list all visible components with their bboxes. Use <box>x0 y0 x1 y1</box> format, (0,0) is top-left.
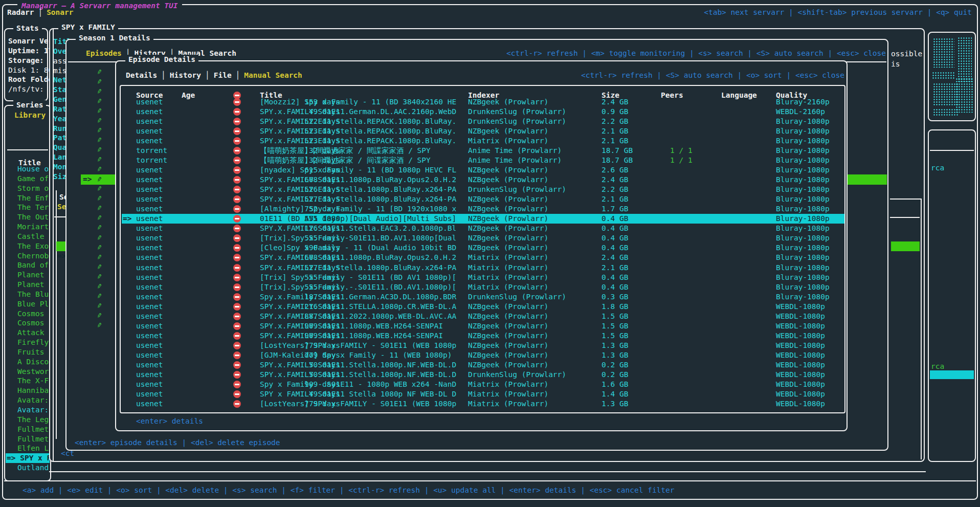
search-result-row[interactable]: torrent32 days【喵萌奶茶屋】[间谍过家家 / 间谍家家酒 / SP… <box>122 156 844 165</box>
episode-details-help: <ctrl-r> refresh | <S> auto search | <o>… <box>581 71 844 80</box>
search-result-row[interactable]: usenet608 daysSPY.x.FAMILY.S01E11.1080p.… <box>122 175 844 185</box>
no-entry-icon <box>233 381 241 388</box>
stats-line: Sonarr Ver <box>8 36 53 46</box>
search-result-row[interactable]: usenet615 days[nyadex] Spy x Family - 11… <box>122 165 844 175</box>
cell-indexer: DrunkenSlug (Prowlarr) <box>468 370 566 380</box>
series-panel-title: Series <box>13 100 46 110</box>
search-result-row[interactable]: usenet909 daysSPY.x.FAMILY.S01E11.1080p.… <box>122 331 844 341</box>
search-result-row[interactable]: usenet779 days[LostYears] SPY x FAMILY -… <box>122 399 844 409</box>
cell-title: 【喵萌奶茶屋】[间谍过家家 / 间谍家家酒 / SPY <box>260 156 431 165</box>
search-result-row[interactable]: usenet522 daysSPY.x.FAMILY.E11.Stella.RE… <box>122 117 844 126</box>
search-result-row[interactable]: usenet187 daysSpy.x.Family.S01E11.German… <box>122 292 844 302</box>
search-result-row[interactable]: usenet590 days[Cleo]Spy x Family - 11 (D… <box>122 243 844 253</box>
search-result-row[interactable]: usenet523 daysSPY.x.FAMILY.E11.Stella.RE… <box>122 126 844 136</box>
series-list-item[interactable]: House o <box>17 164 49 174</box>
app-root: Managarr — A Servarr management TUI Rada… <box>0 0 980 507</box>
search-result-row[interactable]: usenet50 daysSPY.x.FAMILY.S01E11.Stella.… <box>122 360 844 370</box>
cell-quality: Bluray-1080p <box>776 146 830 156</box>
search-result-row[interactable]: usenet216 daysSPY.x.FAMILY.S01E11.STELLA… <box>122 302 844 312</box>
no-entry-icon <box>233 98 241 106</box>
tab-file[interactable]: File <box>214 71 232 80</box>
series-list-item[interactable]: Outland <box>17 463 49 473</box>
series-list-item[interactable]: Band of <box>17 260 49 270</box>
no-entry-icon <box>233 215 241 223</box>
series-list-item[interactable]: Game of <box>17 174 49 184</box>
series-list-item[interactable]: Westwor <box>17 367 49 377</box>
series-list-item[interactable]: Cosmos <box>17 318 44 328</box>
search-result-row[interactable]: usenet555 days[Trix].Spy.x.Family.-.S01E… <box>122 282 844 292</box>
series-list-item[interactable]: Elfen L <box>17 444 49 453</box>
series-list-item[interactable]: Fullmet <box>17 434 49 444</box>
series-list-item[interactable]: Fullmet <box>17 425 49 434</box>
search-result-row[interactable]: torrent32 days【喵萌奶茶屋】[間諜過家家 / 間諜家家酒 / SP… <box>122 146 844 156</box>
cell-indexer: Miatrix (Prowlarr) <box>468 136 548 146</box>
cell-title: SPY.x.FAMILY.S01E11.1080p.BluRay.Opus2.0… <box>260 175 456 185</box>
season-details-title: Season 1 Details <box>76 33 153 43</box>
search-result-row[interactable]: usenet752 days[Almighty] Spy x Family - … <box>122 204 844 214</box>
tab-sonarr[interactable]: Sonarr <box>47 8 73 17</box>
search-result-row[interactable]: usenet527 daysSPY.x.FAMILY.E11.Stella.10… <box>122 263 844 273</box>
series-list-item[interactable]: Moriart <box>17 222 49 232</box>
tab-episodes[interactable]: Episodes <box>86 49 122 58</box>
search-result-row[interactable]: usenet527 daysSPY.x.FAMILY.E11.Stella.10… <box>122 194 844 204</box>
cell-source: usenet <box>136 233 163 243</box>
search-result-row[interactable]: usenet523 daysSPY.x.FAMILY.E11.Stella.RE… <box>122 136 844 146</box>
search-result-row[interactable]: usenet153 days[Moozzi2] Spy x Family - 1… <box>122 97 844 107</box>
series-list-item[interactable]: Attack <box>17 328 44 338</box>
search-result-row[interactable]: usenet126 daysSPY.X.FAMILY.S01E11.Stella… <box>122 224 844 233</box>
cell-size: 2.1 GB <box>602 136 628 146</box>
series-list-item[interactable]: Storm o <box>17 184 49 193</box>
series-list-item[interactable]: Planet <box>17 270 44 280</box>
search-result-row[interactable]: =>usenet555 days01E11 (BD AV1 1080p)[Dua… <box>122 214 844 224</box>
search-result-row[interactable]: usenet887 daysSPY.x.FAMILY.S01E11.2022.1… <box>122 312 844 321</box>
search-result-row[interactable]: usenet779 days[GJM-Kaleido] Spy x Family… <box>122 350 844 360</box>
series-list-item[interactable]: The Exo <box>17 241 49 251</box>
series-list-item[interactable]: A Disco <box>17 357 49 367</box>
series-list-item[interactable]: Blue Pl <box>17 299 49 309</box>
series-list-item[interactable]: The Enf <box>17 193 49 203</box>
tab-episode-history[interactable]: History <box>170 71 201 80</box>
cell-indexer: NZBgeek (Prowlarr) <box>468 175 548 185</box>
cell-title: SPY.x.FAMILY.E11.Stella.REPACK.1080p.Blu… <box>260 136 456 146</box>
series-list-item[interactable]: Avatar: <box>17 395 49 405</box>
cell-source: usenet <box>136 273 163 282</box>
search-result-row[interactable]: usenet49 daysSPY x FAMILY S01E11 Stella … <box>122 389 844 399</box>
series-list-item[interactable]: Chernob <box>17 251 49 261</box>
cell-source: usenet <box>136 194 163 204</box>
search-result-row[interactable]: usenet909 daysSPY.x.FAMILY.S01E11.1080p.… <box>122 321 844 331</box>
search-result-row[interactable]: usenet608 daysSPY.x.FAMILY.S01E11.1080p.… <box>122 253 844 262</box>
cell-size: 0.4 GB <box>602 273 628 282</box>
search-result-row[interactable]: usenet49 daysSPY.x.FAMILY.S01E11.German.… <box>122 107 844 117</box>
cell-quality: Bluray-1080p <box>776 194 830 204</box>
series-list-item[interactable]: The Leg <box>17 415 49 425</box>
tab-separator: │ <box>232 71 244 80</box>
search-result-row[interactable]: usenet909 daysSpy x Family - S01E11 - 10… <box>122 380 844 389</box>
search-result-row[interactable]: usenet779 days[LostYears] SPY x FAMILY -… <box>122 341 844 350</box>
search-result-row[interactable]: usenet555 days[Trix] Spy x Family - S01E… <box>122 273 844 282</box>
cell-size: 0.2 GB <box>602 360 628 370</box>
cell-title: [Trix] Spy x Family - S01E11 (BD AV1 108… <box>260 273 456 282</box>
series-list-item[interactable]: The Ter <box>17 203 49 212</box>
cell-title: [GJM-Kaleido] Spy x Family - 11 (WEB 108… <box>260 350 452 360</box>
series-list-item[interactable]: Fruits <box>17 347 44 357</box>
tab-episode-manual-search[interactable]: Manual Search <box>244 71 302 80</box>
series-list-item[interactable]: The Out <box>17 212 49 222</box>
series-list-item[interactable]: Planet <box>17 280 44 290</box>
series-list-item[interactable]: Cosmos <box>17 309 44 319</box>
cell-title: SPY.x.FAMILY.S01E11.1080p.WEB.H264-SENPA… <box>260 331 443 341</box>
search-result-row[interactable]: usenet526 daysSPY.x.FAMILY.E11.Stella.10… <box>122 185 844 194</box>
series-list-item[interactable]: Firefly <box>17 338 49 347</box>
search-result-row[interactable]: usenet50 daysSPY.x.FAMILY.S01E11.Stella.… <box>122 370 844 380</box>
clipped-text-rca-top: rca <box>931 163 944 173</box>
series-list-item[interactable]: => SPY x F <box>6 453 50 463</box>
search-result-row[interactable]: usenet555 days[Trix].Spy.x.Family-S01E11… <box>122 233 844 243</box>
tab-radarr[interactable]: Radarr <box>7 8 34 17</box>
cell-quality: WEBDL-1080p <box>776 350 825 360</box>
no-entry-icon <box>233 283 241 291</box>
series-list-item[interactable]: Avatar: <box>17 405 49 415</box>
series-list-item[interactable]: The Blu <box>17 290 49 299</box>
series-list-item[interactable]: The X-F <box>17 376 49 386</box>
series-list-item[interactable]: Castle <box>17 232 44 241</box>
series-list-item[interactable]: Hanniba <box>17 386 49 395</box>
tab-details[interactable]: Details <box>126 71 157 80</box>
